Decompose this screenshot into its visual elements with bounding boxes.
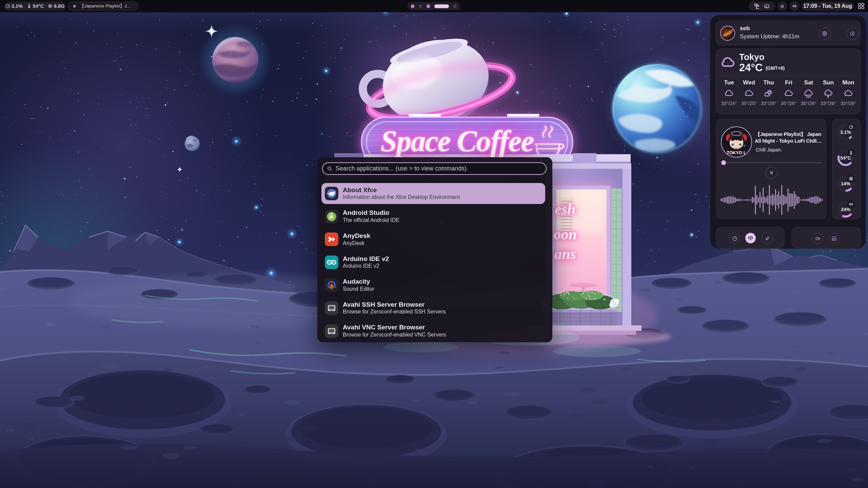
svg-text:14%: 14% <box>841 181 851 186</box>
svg-text:54°C: 54°C <box>840 155 851 161</box>
svg-text:3.1%: 3.1% <box>840 129 851 135</box>
svg-text:24%: 24% <box>841 207 851 212</box>
